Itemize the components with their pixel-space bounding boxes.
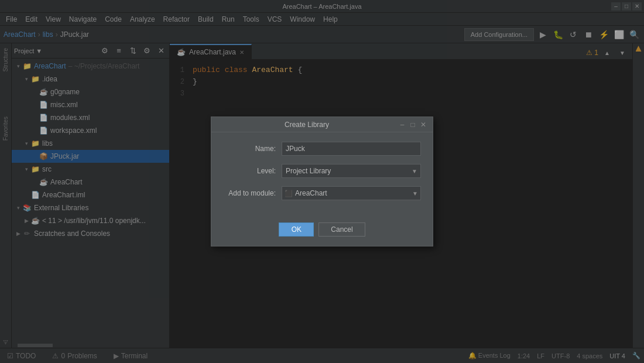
modal-overlay: Create Library – □ ✕ Name: Level: Projec…	[0, 0, 644, 363]
module-select-wrap: ⬛ AreaChart ▼	[282, 186, 421, 200]
cancel-button[interactable]: Cancel	[318, 222, 365, 237]
modal-close-button[interactable]: ✕	[419, 120, 428, 129]
modal-controls: – □ ✕	[398, 120, 428, 129]
module-select-arrow-icon: ▼	[412, 190, 418, 197]
ok-button[interactable]: OK	[279, 222, 314, 237]
name-row: Name:	[223, 142, 421, 156]
modal-maximize-button[interactable]: □	[408, 120, 417, 129]
name-input[interactable]	[282, 142, 421, 156]
level-select[interactable]: Project Library Global Library Module Li…	[282, 164, 421, 178]
modal-footer: OK Cancel	[211, 218, 433, 246]
level-label: Level:	[223, 167, 276, 175]
modal-title: Create Library	[216, 121, 398, 129]
level-row: Level: Project Library Global Library Mo…	[223, 164, 421, 178]
modal-minimize-button[interactable]: –	[398, 120, 407, 129]
add-to-module-label: Add to module:	[223, 189, 276, 197]
name-label: Name:	[223, 145, 276, 153]
create-library-dialog: Create Library – □ ✕ Name: Level: Projec…	[211, 117, 433, 246]
level-select-wrap: Project Library Global Library Module Li…	[282, 164, 421, 178]
add-to-module-row: Add to module: ⬛ AreaChart ▼	[223, 186, 421, 200]
module-select[interactable]: AreaChart	[295, 189, 410, 197]
modal-title-bar: Create Library – □ ✕	[211, 117, 433, 132]
modal-body: Name: Level: Project Library Global Libr…	[211, 132, 433, 218]
module-icon: ⬛	[285, 190, 293, 197]
